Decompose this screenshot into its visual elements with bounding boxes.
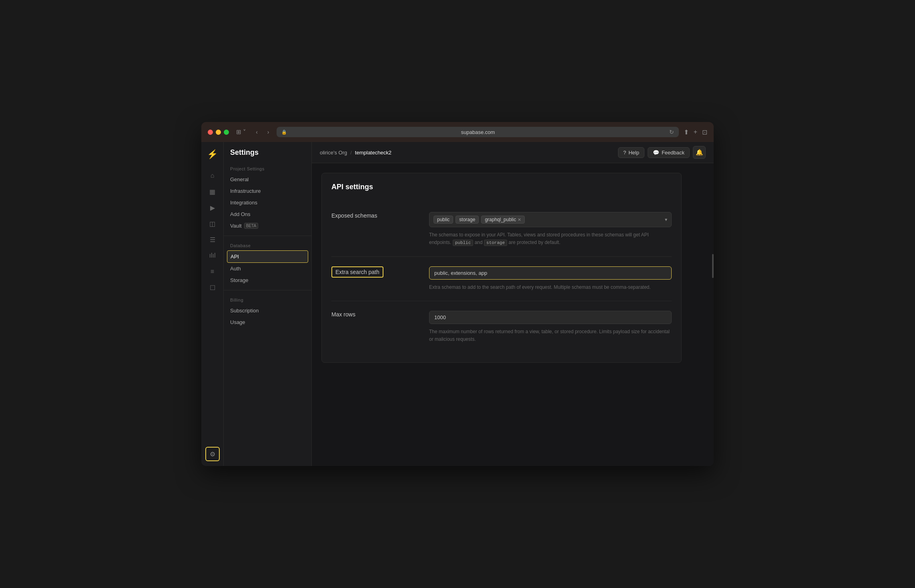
extra-search-path-label: Extra search path [331,266,383,278]
forward-button[interactable]: › [265,128,272,136]
max-rows-description: The maximum number of rows returned from… [429,328,672,343]
notification-button[interactable]: 🔔 [693,146,706,159]
top-bar-actions: ? Help 💬 Feedback 🔔 [618,146,706,159]
functions-icon: ☰ [210,236,215,244]
reports-icon: ☐ [210,284,215,292]
divider-1 [224,236,311,236]
sidebar-item-infrastructure[interactable]: Infrastructure [224,185,311,197]
sidebar-item-sql-editor[interactable]: ▶ [205,200,220,215]
exposed-schemas-label-col: Exposed schemas [331,212,419,247]
nav-sidebar: Settings Project Settings General Infras… [224,142,312,466]
supabase-logo[interactable]: ⚡ [205,147,220,162]
minimize-button[interactable] [216,130,221,135]
project-settings-label: Project Settings [224,163,311,174]
sidebar-item-usage[interactable]: Usage [224,316,311,328]
breadcrumb-separator: / [350,150,352,156]
extra-search-path-control: Extra schemas to add to the search path … [429,266,672,291]
icon-sidebar: ⚡ ⌂ ▦ ▶ ◫ ☰ ılıl ≡ ☐ [201,142,224,466]
code-storage: storage [484,240,507,246]
tab-overview-button[interactable]: ⊡ [702,128,707,136]
sidebar-item-functions[interactable]: ☰ [205,232,220,247]
icon-sidebar-bottom: ⚙ [205,447,220,461]
settings-title: API settings [331,183,672,191]
sidebar-item-settings[interactable]: ⚙ [205,447,220,461]
sidebar-item-reports[interactable]: ☐ [205,280,220,295]
exposed-schemas-label: Exposed schemas [331,212,377,219]
sidebar-item-logs[interactable]: ≡ [205,264,220,279]
schemas-multiselect[interactable]: public storage graphql_public ✕ ▾ [429,212,672,227]
sidebar-item-auth[interactable]: Auth [224,263,311,274]
feedback-button[interactable]: 💬 Feedback [648,147,690,158]
extra-search-path-row: Extra search path Extra schemas to add t… [331,257,672,301]
help-icon: ? [623,150,626,156]
top-bar: olirice's Org / templatecheck2 ? Help 💬 … [312,142,714,163]
sidebar-item-general[interactable]: General [224,174,311,185]
code-public: public [453,240,474,246]
max-rows-input[interactable] [429,311,672,324]
vault-beta-badge: BETA [244,223,258,229]
exposed-schemas-description: The schemas to expose in your API. Table… [429,231,672,247]
sidebar-item-integrations[interactable]: Integrations [224,197,311,208]
sidebar-item-storage-nav[interactable]: Storage [224,274,311,286]
storage-icon: ◫ [209,220,215,228]
main-content: olirice's Org / templatecheck2 ? Help 💬 … [312,142,714,466]
schema-select-chevron: ▾ [665,217,667,222]
sidebar-item-api[interactable]: API [227,250,308,263]
help-button[interactable]: ? Help [618,147,644,158]
sidebar-item-monitoring[interactable]: ılıl [205,248,220,263]
refresh-button[interactable]: ↻ [669,129,674,135]
feedback-icon: 💬 [653,150,659,156]
sql-icon: ▶ [210,204,215,212]
schema-tag-graphql: graphql_public ✕ [481,216,525,224]
sidebar-item-table-editor[interactable]: ▦ [205,184,220,199]
max-rows-control: The maximum number of rows returned from… [429,311,672,343]
sidebar-item-vault[interactable]: VaultBETA [224,220,311,232]
lock-icon: 🔒 [281,130,287,135]
remove-graphql-tag-button[interactable]: ✕ [518,217,521,222]
url-text: supabase.com [290,129,666,135]
settings-panel: API settings Exposed schemas public stor… [321,173,682,363]
billing-label: Billing [224,294,311,305]
schema-tag-public: public [433,216,453,224]
sidebar-toggle-button[interactable]: ⊞ ˅ [234,128,249,136]
settings-icon: ⚙ [210,450,215,458]
divider-2 [224,290,311,290]
logs-icon: ≡ [211,268,214,275]
database-label: Database [224,240,311,250]
breadcrumb-project: templatecheck2 [355,150,391,156]
schema-tag-storage: storage [455,216,479,224]
exposed-schemas-control: public storage graphql_public ✕ ▾ The sc… [429,212,672,247]
share-button[interactable]: ⬆ [684,128,689,136]
address-bar[interactable]: 🔒 supabase.com ↻ [277,127,679,137]
new-tab-button[interactable]: + [694,128,697,136]
scroll-indicator [712,163,714,466]
monitoring-icon: ılıl [209,252,216,259]
breadcrumb-org[interactable]: olirice's Org [320,150,347,156]
maximize-button[interactable] [224,130,229,135]
extra-search-path-description: Extra schemas to add to the search path … [429,284,672,291]
extra-search-path-input[interactable] [429,266,672,280]
max-rows-label: Max rows [331,311,355,318]
sidebar-item-home[interactable]: ⌂ [205,168,220,183]
close-button[interactable] [208,130,213,135]
exposed-schemas-row: Exposed schemas public storage graphql_p… [331,202,672,257]
breadcrumb: olirice's Org / templatecheck2 [320,150,391,156]
sidebar-item-subscription[interactable]: Subscription [224,305,311,316]
scroll-thumb[interactable] [712,254,714,278]
sidebar-item-addons[interactable]: Add Ons [224,208,311,220]
home-icon: ⌂ [211,172,215,179]
extra-search-path-label-col: Extra search path [331,266,419,291]
table-icon: ▦ [209,188,215,196]
sidebar-item-storage[interactable]: ◫ [205,216,220,231]
traffic-lights [208,130,229,135]
app-layout: ⚡ ⌂ ▦ ▶ ◫ ☰ ılıl ≡ ☐ [201,142,714,466]
browser-chrome: ⊞ ˅ ‹ › 🔒 supabase.com ↻ ⬆ + ⊡ [201,122,714,142]
back-button[interactable]: ‹ [253,128,260,136]
sidebar-title: Settings [224,148,311,163]
browser-actions: ⬆ + ⊡ [684,128,707,136]
max-rows-label-col: Max rows [331,311,419,343]
max-rows-row: Max rows The maximum number of rows retu… [331,301,672,353]
bell-icon: 🔔 [696,149,703,156]
content-area: API settings Exposed schemas public stor… [312,163,714,466]
